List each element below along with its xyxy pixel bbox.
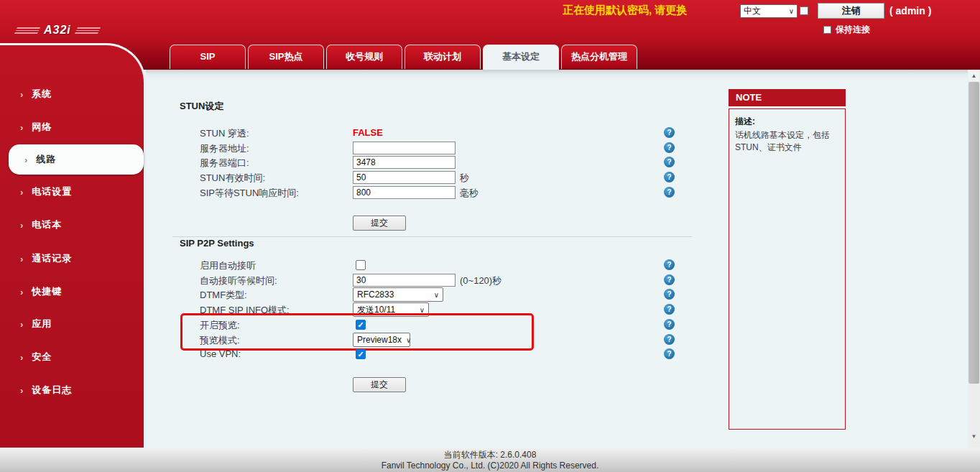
sidebar-item-device-log[interactable]: › 设备日志 [0, 377, 144, 403]
check-icon: ✓ [356, 320, 365, 330]
help-icon[interactable]: ? [664, 348, 675, 359]
logged-in-user: ( admin ) [889, 5, 931, 17]
sidebar-item-network[interactable]: › 网络 [0, 114, 144, 140]
dtmf-type-label: DTMF类型: [200, 289, 247, 302]
model-name: A32i [44, 24, 71, 37]
note-panel-body: 描述: 话机线路基本设定，包括STUN、证书文件 [729, 108, 846, 430]
help-icon[interactable]: ? [664, 304, 675, 315]
stun-penetrate-value: FALSE [353, 127, 383, 138]
chevron-down-icon: ∨ [420, 306, 425, 314]
tab-sip-hotspot[interactable]: SIP热点 [248, 45, 324, 69]
check-icon: ✓ [356, 350, 365, 359]
chevron-right-icon: › [20, 386, 23, 395]
note-desc-label: 描述: [735, 116, 839, 128]
logout-button[interactable]: 注销 [818, 3, 884, 19]
sip-wait-stun-unit: 毫秒 [460, 187, 479, 200]
sip-wait-stun-input[interactable] [353, 186, 456, 199]
speed-lines-icon [14, 27, 40, 34]
scroll-down-button[interactable]: ▼ [969, 432, 979, 442]
sidebar-item-function-key[interactable]: › 快捷键 [0, 279, 144, 305]
copyright: Fanvil Technology Co., Ltd. (C)2020 All … [0, 461, 980, 471]
sidebar-item-security[interactable]: › 安全 [0, 344, 144, 370]
default-password-warning: 正在使用默认密码, 请更换 [563, 4, 687, 17]
chevron-down-icon: ∨ [434, 291, 439, 299]
phone-config-page: A32i 正在使用默认密码, 请更换 中文 ∨ 注销 ( admin ) 保持连… [0, 0, 980, 472]
auto-answer-wait-input[interactable] [353, 274, 456, 287]
sidebar-item-application[interactable]: › 应用 [0, 311, 144, 337]
scrollbar-thumb[interactable] [969, 82, 979, 384]
server-port-input[interactable] [353, 156, 456, 169]
chevron-right-icon: › [20, 123, 23, 132]
dtmf-type-select[interactable]: RFC2833 ∨ [353, 287, 443, 302]
help-icon[interactable]: ? [664, 172, 675, 182]
note-desc-text: 话机线路基本设定，包括STUN、证书文件 [735, 129, 839, 154]
preview-highlight-annotation [180, 313, 534, 351]
tab-sip[interactable]: SIP [170, 45, 246, 69]
help-icon[interactable]: ? [664, 127, 675, 138]
help-icon[interactable]: ? [664, 334, 675, 345]
stun-effective-time-label: STUN有效时间: [200, 172, 265, 185]
help-icon[interactable]: ? [664, 274, 675, 285]
header-checkbox[interactable] [800, 6, 808, 15]
help-icon[interactable]: ? [664, 259, 675, 270]
auto-answer-label: 启用自动接听 [200, 259, 256, 272]
chevron-right-icon: › [20, 188, 23, 197]
auto-answer-checkbox[interactable]: ✓ [356, 260, 366, 270]
chevron-right-icon: › [20, 353, 23, 362]
chevron-right-icon: › [20, 90, 23, 99]
stun-section-title: STUN设定 [180, 100, 223, 113]
keep-connected-checkbox[interactable] [823, 26, 831, 34]
brand-logo: A32i [16, 24, 99, 37]
keep-connected-row: 保持连接 [823, 24, 870, 36]
sidebar-item-call-logs[interactable]: › 通话记录 [0, 246, 144, 272]
sidebar-item-line[interactable]: › 线路 [9, 144, 144, 175]
sidebar-item-system[interactable]: › 系统 [0, 81, 144, 107]
help-icon[interactable]: ? [664, 187, 675, 198]
keep-connected-label: 保持连接 [836, 24, 870, 36]
enable-preview-checkbox[interactable]: ✓ [356, 320, 366, 330]
stun-submit-button[interactable]: 提交 [353, 216, 406, 231]
note-panel-header: NOTE [729, 89, 846, 106]
p2p-section-title: SIP P2P Settings [180, 238, 254, 249]
dtmf-type-value: RFC2833 [357, 290, 394, 300]
software-version: 当前软件版本: 2.6.0.408 [0, 450, 980, 461]
sidebar-item-phone-settings[interactable]: › 电话设置 [0, 179, 144, 205]
tab-hotspot-managed[interactable]: 热点分机管理 [561, 45, 637, 69]
server-address-input[interactable] [353, 142, 456, 154]
chevron-right-icon: › [20, 221, 23, 230]
chevron-down-icon: ∨ [789, 7, 794, 15]
tab-action-plan[interactable]: 联动计划 [405, 45, 481, 69]
chevron-right-icon: › [20, 287, 23, 297]
section-divider [172, 236, 692, 237]
chevron-right-icon: › [20, 254, 23, 264]
stun-effective-time-input[interactable] [353, 171, 456, 184]
language-select-value: 中文 [744, 5, 761, 17]
auto-answer-wait-unit: (0~120)秒 [460, 274, 501, 287]
server-port-label: 服务器端口: [200, 157, 249, 170]
language-select[interactable]: 中文 ∨ [740, 4, 798, 18]
chevron-right-icon: › [24, 155, 27, 165]
help-icon[interactable]: ? [664, 319, 675, 330]
sip-wait-stun-label: SIP等待STUN响应时间: [200, 187, 299, 200]
tab-dial-plan[interactable]: 收号规则 [326, 45, 402, 69]
auto-answer-wait-label: 自动接听等候时间: [200, 274, 277, 287]
help-icon[interactable]: ? [664, 157, 675, 167]
stun-effective-time-unit: 秒 [460, 172, 469, 185]
use-vpn-checkbox[interactable]: ✓ [356, 349, 366, 359]
speed-lines-icon [75, 27, 101, 34]
help-icon[interactable]: ? [664, 289, 675, 300]
sidebar-item-phonebook[interactable]: › 电话本 [0, 212, 144, 238]
p2p-submit-button[interactable]: 提交 [353, 377, 406, 392]
sidebar-nav: › 系统 › 网络 › 线路 › 电话设置 › 电话本 › 通话记录 › 快捷键… [0, 43, 146, 448]
stun-penetrate-label: STUN 穿透: [200, 127, 249, 140]
help-icon[interactable]: ? [664, 142, 675, 153]
chevron-right-icon: › [20, 320, 23, 329]
server-address-label: 服务器地址: [200, 142, 249, 155]
tab-basic-settings[interactable]: 基本设定 [483, 45, 559, 70]
page-footer: 当前软件版本: 2.6.0.408 Fanvil Technology Co.,… [0, 448, 980, 472]
scroll-up-button[interactable]: ▲ [969, 71, 979, 81]
